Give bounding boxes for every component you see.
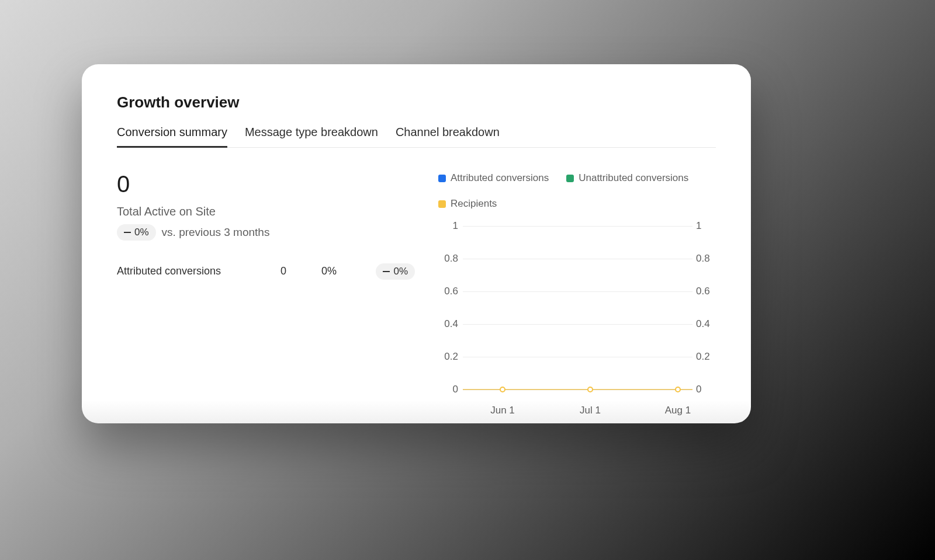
x-tick: Jul 1 — [580, 405, 601, 416]
x-tick: Aug 1 — [665, 405, 691, 416]
x-tick: Jun 1 — [490, 405, 515, 416]
y-tick: 0.8 — [438, 253, 458, 265]
summary-panel: 0 Total Active on Site 0% vs. previous 3… — [117, 172, 415, 416]
page-title: Growth overview — [117, 93, 716, 112]
series-recipients-line — [463, 389, 692, 390]
legend-recipients-label: Recipients — [451, 198, 497, 210]
y-tick: 1 — [438, 220, 458, 232]
legend-attributed: Attributed conversions — [438, 172, 549, 184]
tab-conversion-summary[interactable]: Conversion summary — [117, 126, 227, 147]
content-area: 0 Total Active on Site 0% vs. previous 3… — [117, 172, 716, 416]
attributed-percent: 0% — [321, 265, 362, 277]
chart-legend: Attributed conversions Unattributed conv… — [438, 172, 716, 210]
chart-panel: Attributed conversions Unattributed conv… — [438, 172, 716, 416]
y2-tick: 0.8 — [696, 253, 716, 265]
total-value: 0 — [117, 172, 415, 196]
total-label: Total Active on Site — [117, 205, 415, 218]
chart-point — [500, 387, 505, 392]
legend-recipients: Recipients — [438, 198, 497, 210]
trend-flat-icon — [124, 232, 131, 233]
attributed-label: Attributed conversions — [117, 265, 280, 277]
compare-text: vs. previous 3 months — [162, 226, 270, 239]
tab-channel-breakdown[interactable]: Channel breakdown — [396, 126, 500, 147]
change-pill-attributed-value: 0% — [393, 266, 408, 277]
change-pill-attributed: 0% — [376, 263, 415, 280]
y-tick: 0.6 — [438, 286, 458, 297]
y2-tick: 0 — [696, 384, 716, 395]
swatch-green-icon — [566, 175, 574, 182]
chart-point — [587, 387, 593, 392]
legend-attributed-label: Attributed conversions — [451, 172, 549, 184]
line-chart: 1 0.8 0.6 0.4 0.2 0 1 0.8 0.6 0.4 0.2 0 … — [438, 220, 716, 416]
change-pill-value: 0% — [134, 227, 149, 238]
tabs-bar: Conversion summary Message type breakdow… — [117, 126, 716, 148]
change-pill-total: 0% — [117, 224, 156, 241]
swatch-yellow-icon — [438, 200, 446, 208]
growth-overview-card: Growth overview Conversion summary Messa… — [82, 64, 751, 423]
y-tick: 0 — [438, 384, 458, 395]
y2-tick: 0.6 — [696, 286, 716, 297]
tab-message-type-breakdown[interactable]: Message type breakdown — [245, 126, 378, 147]
y-tick: 0.2 — [438, 351, 458, 363]
y2-tick: 1 — [696, 220, 716, 232]
legend-unattributed-label: Unattributed conversions — [579, 172, 688, 184]
swatch-blue-icon — [438, 175, 446, 182]
compare-row: 0% vs. previous 3 months — [117, 224, 415, 241]
y2-tick: 0.4 — [696, 318, 716, 330]
attributed-row: Attributed conversions 0 0% 0% — [117, 263, 415, 280]
attributed-value: 0 — [280, 265, 321, 277]
chart-point — [675, 387, 681, 392]
y-tick: 0.4 — [438, 318, 458, 330]
y2-tick: 0.2 — [696, 351, 716, 363]
trend-flat-icon — [383, 271, 390, 272]
legend-unattributed: Unattributed conversions — [566, 172, 688, 184]
